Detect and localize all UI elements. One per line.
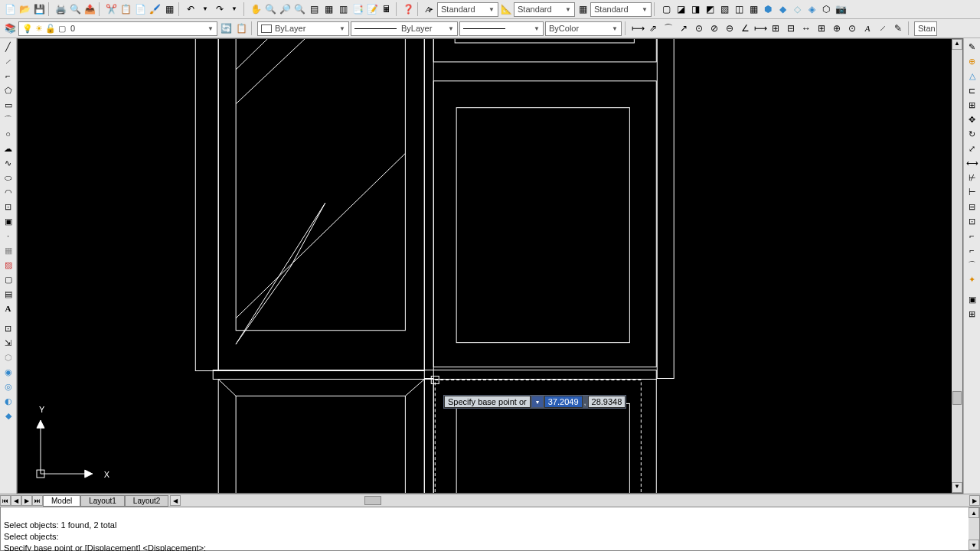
dim-inspect-icon[interactable]: A: [861, 21, 874, 35]
paste-icon[interactable]: 📄: [133, 2, 147, 16]
dim-baseline-icon[interactable]: ⊞: [769, 21, 782, 35]
table-style-icon[interactable]: ▦: [576, 2, 590, 16]
copy-obj-icon[interactable]: ⊕: [965, 54, 979, 68]
rotate-icon[interactable]: ↻: [965, 127, 979, 141]
3d-iso2-icon[interactable]: ◇: [790, 2, 804, 16]
rectangle-icon[interactable]: ▭: [2, 98, 15, 112]
hatch-icon[interactable]: ▦: [2, 243, 15, 257]
vertical-scrollbar[interactable]: ▲ ▼: [952, 39, 962, 493]
region-icon[interactable]: ▢: [2, 272, 15, 286]
layer-dropdown[interactable]: 💡 ☀ 🔓 ▢ 0 ▼: [18, 21, 217, 36]
plotcolor-dropdown[interactable]: ▼: [459, 21, 544, 36]
polygon-icon[interactable]: ⬠: [2, 83, 15, 97]
publish-icon[interactable]: 📤: [83, 2, 96, 16]
array-icon[interactable]: ⊞: [965, 98, 979, 112]
scale-icon[interactable]: ⤢: [965, 142, 979, 155]
layer-props-icon[interactable]: 📚: [3, 21, 17, 35]
hscroll-thumb[interactable]: [364, 496, 381, 505]
dim-center-icon[interactable]: ⊙: [845, 21, 859, 35]
dim-aligned-icon[interactable]: ⇗: [646, 21, 660, 35]
break-at-icon[interactable]: ⊟: [965, 200, 979, 214]
new-icon[interactable]: 📄: [3, 2, 17, 16]
measuregeom-icon[interactable]: ⇲: [2, 336, 15, 350]
break-icon[interactable]: ⊡: [965, 214, 979, 228]
match-props-icon[interactable]: 🖌️: [148, 2, 162, 16]
addselected-icon[interactable]: ⊡: [2, 321, 15, 335]
3d-view5-icon[interactable]: ▦: [746, 2, 760, 16]
mirror-icon[interactable]: △: [965, 69, 979, 83]
dynamic-x-field[interactable]: 37.2049: [544, 396, 583, 408]
tool-palette-icon[interactable]: ▥: [336, 2, 350, 16]
insert-block-icon[interactable]: ⊡: [2, 200, 15, 214]
line-icon[interactable]: ╱: [2, 40, 15, 54]
plot-preview-icon[interactable]: 🔍: [68, 2, 82, 16]
command-window[interactable]: Select objects: 1 found, 2 total Select …: [0, 507, 980, 551]
layer-state-icon[interactable]: 📋: [234, 21, 248, 35]
tab-next-icon[interactable]: ▶: [21, 495, 32, 506]
scroll-left-icon[interactable]: ◀: [170, 495, 181, 506]
dim-arc-icon[interactable]: ⌒: [662, 21, 675, 35]
align-icon[interactable]: ⊞: [965, 307, 979, 321]
design-center-icon[interactable]: ▦: [322, 2, 335, 16]
dynamic-menu-icon[interactable]: ▾: [532, 396, 543, 407]
dim-continue-icon[interactable]: ⊟: [784, 21, 798, 35]
properties-icon[interactable]: ▤: [307, 2, 321, 16]
dim-ord-icon[interactable]: ↗: [677, 21, 691, 35]
text-style-icon[interactable]: A▸: [423, 2, 436, 16]
horizontal-scrollbar[interactable]: ◀ ▶: [170, 495, 980, 506]
dim-diameter-icon[interactable]: ⊖: [723, 21, 737, 35]
offset-icon[interactable]: ⊏: [965, 83, 979, 97]
mtext-icon[interactable]: A: [2, 302, 15, 315]
zoom-rt-icon[interactable]: 🔍: [263, 2, 277, 16]
dim-style-dropdown[interactable]: Standard ▼: [514, 2, 575, 17]
extend-icon[interactable]: ⊢: [965, 185, 979, 199]
open-icon[interactable]: 📂: [18, 2, 31, 16]
scroll-up-icon[interactable]: ▲: [952, 39, 962, 50]
table-style-dropdown[interactable]: Standard ▼: [590, 2, 652, 17]
ellipse-arc-icon[interactable]: ◠: [2, 185, 15, 199]
3d-view2-icon[interactable]: ◩: [703, 2, 717, 16]
drawing-canvas[interactable]: X Y Specify base point or ▾ 37.2049 , 28…: [17, 38, 963, 494]
chamfer-icon[interactable]: ⌐: [965, 243, 979, 257]
dim-space-icon[interactable]: ↔: [799, 21, 813, 35]
markup-icon[interactable]: 📝: [365, 2, 379, 16]
color-dropdown[interactable]: ByColor ▼: [545, 21, 622, 36]
draworder-icon[interactable]: ▣: [965, 292, 979, 306]
dim-linear-icon[interactable]: ⟼: [631, 21, 645, 35]
save-icon[interactable]: 💾: [32, 2, 46, 16]
tab-first-icon[interactable]: ⏮: [0, 495, 11, 506]
copy-icon[interactable]: 📋: [119, 2, 132, 16]
erase-icon[interactable]: ✎: [965, 40, 979, 54]
tab-last-icon[interactable]: ⏭: [32, 495, 43, 506]
make-block-icon[interactable]: ▣: [2, 214, 15, 228]
stretch-icon[interactable]: ⟷: [965, 156, 979, 170]
undo-icon[interactable]: ↶: [184, 2, 198, 16]
linetype-dropdown[interactable]: ByLayer ▼: [257, 21, 349, 36]
donut-icon[interactable]: ◎: [2, 380, 15, 393]
cmd-scroll-up-icon[interactable]: ▲: [969, 507, 979, 518]
dynamic-y-field[interactable]: 28.9348: [588, 396, 626, 408]
tab-prev-icon[interactable]: ◀: [11, 495, 21, 506]
cmd-scrollbar[interactable]: ▲ ▼: [969, 507, 979, 550]
scroll-down-icon[interactable]: ▼: [952, 482, 962, 493]
xline-icon[interactable]: ⟋: [2, 54, 15, 68]
gradient-icon[interactable]: ▨: [2, 258, 15, 272]
scroll-thumb[interactable]: [952, 391, 962, 405]
explode-icon[interactable]: ✦: [965, 272, 979, 286]
plot-icon[interactable]: 🖨️: [54, 2, 67, 16]
block-editor-icon[interactable]: ▦: [162, 2, 176, 16]
3d-iso3-icon[interactable]: ◈: [805, 2, 818, 16]
viewport-icon[interactable]: ▢: [659, 2, 673, 16]
circle-icon[interactable]: ○: [2, 127, 15, 141]
3d-box-icon[interactable]: ⬢: [761, 2, 775, 16]
arc-icon[interactable]: ⌒: [2, 112, 15, 126]
3d-iso4-icon[interactable]: ⬡: [819, 2, 833, 16]
helix-icon[interactable]: ◉: [2, 365, 15, 379]
layer-prev-icon[interactable]: 🔄: [219, 21, 233, 35]
3d-view3-icon[interactable]: ▧: [717, 2, 731, 16]
table-icon[interactable]: ▤: [2, 287, 15, 301]
tab-model[interactable]: Model: [43, 495, 80, 507]
sheet-set-icon[interactable]: 📑: [351, 2, 364, 16]
join-icon[interactable]: ⌐: [965, 229, 979, 243]
3d-poly-icon[interactable]: ⬡: [2, 350, 15, 364]
